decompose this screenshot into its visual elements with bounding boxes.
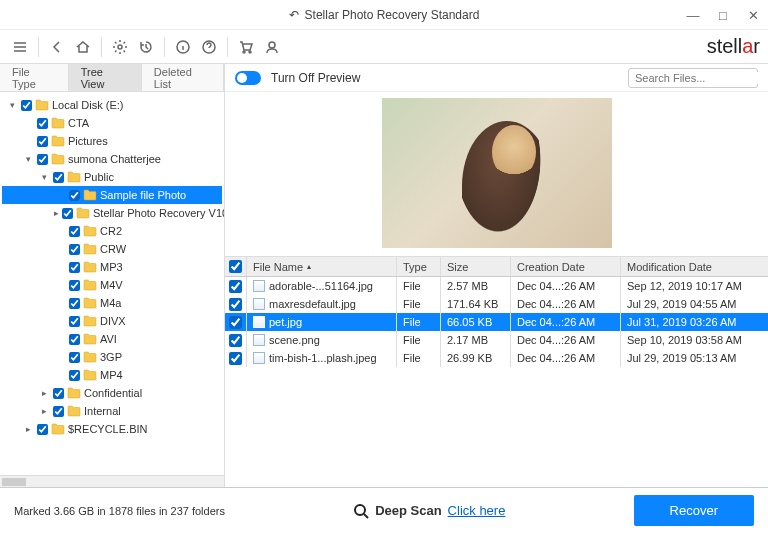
settings-button[interactable]: [108, 35, 132, 59]
col-cdate[interactable]: Creation Date: [511, 257, 621, 276]
recover-button[interactable]: Recover: [634, 495, 754, 526]
tree-item[interactable]: MP4: [2, 366, 222, 384]
tree-item[interactable]: MP3: [2, 258, 222, 276]
file-cdate: Dec 04...:26 AM: [511, 331, 621, 349]
expand-icon[interactable]: ▾: [22, 154, 34, 164]
file-checkbox[interactable]: [229, 298, 242, 311]
deep-scan-link[interactable]: Click here: [448, 503, 506, 518]
tree-checkbox[interactable]: [69, 226, 80, 237]
tree-item[interactable]: ▾sumona Chatterjee: [2, 150, 222, 168]
col-name[interactable]: File Name▴: [247, 257, 397, 276]
folder-icon: [35, 99, 49, 111]
magnifier-icon: [353, 503, 369, 519]
file-mdate: Jul 29, 2019 05:13 AM: [621, 349, 768, 367]
tree-checkbox[interactable]: [53, 406, 64, 417]
file-checkbox[interactable]: [229, 352, 242, 365]
file-checkbox[interactable]: [229, 334, 242, 347]
tab-deleted-list[interactable]: Deleted List: [142, 64, 224, 91]
home-button[interactable]: [71, 35, 95, 59]
tree-checkbox[interactable]: [37, 118, 48, 129]
tree-checkbox[interactable]: [37, 136, 48, 147]
search-box[interactable]: [628, 68, 758, 88]
tree-item[interactable]: ▸Internal: [2, 402, 222, 420]
expand-icon[interactable]: ▾: [38, 172, 50, 182]
svg-point-4: [249, 51, 251, 53]
expand-icon[interactable]: ▸: [38, 388, 50, 398]
col-size[interactable]: Size: [441, 257, 511, 276]
tree-item[interactable]: CRW: [2, 240, 222, 258]
tree-item[interactable]: M4V: [2, 276, 222, 294]
tree-item[interactable]: M4a: [2, 294, 222, 312]
expand-icon[interactable]: ▾: [6, 100, 18, 110]
back-button[interactable]: [45, 35, 69, 59]
file-list[interactable]: File Name▴ Type Size Creation Date Modif…: [225, 256, 768, 487]
tree-item[interactable]: AVI: [2, 330, 222, 348]
expand-icon[interactable]: ▸: [54, 208, 59, 218]
file-row[interactable]: tim-bish-1...plash.jpegFile26.99 KBDec 0…: [225, 349, 768, 367]
tree-checkbox[interactable]: [69, 298, 80, 309]
horizontal-scrollbar[interactable]: [0, 475, 224, 487]
info-button[interactable]: [171, 35, 195, 59]
tree-checkbox[interactable]: [69, 334, 80, 345]
tree-item[interactable]: ▸$RECYCLE.BIN: [2, 420, 222, 438]
tree-checkbox[interactable]: [69, 370, 80, 381]
tree-checkbox[interactable]: [37, 154, 48, 165]
tab-file-type[interactable]: File Type: [0, 64, 69, 91]
tree-checkbox[interactable]: [37, 424, 48, 435]
search-input[interactable]: [635, 72, 768, 84]
tree-item[interactable]: CR2: [2, 222, 222, 240]
cart-button[interactable]: [234, 35, 258, 59]
file-size: 66.05 KB: [441, 313, 511, 331]
tree-checkbox[interactable]: [62, 208, 73, 219]
tree-item[interactable]: Pictures: [2, 132, 222, 150]
tree-label: M4a: [100, 297, 121, 309]
help-button[interactable]: [197, 35, 221, 59]
preview-toggle[interactable]: [235, 71, 261, 85]
tree-item[interactable]: ▾Local Disk (E:): [2, 96, 222, 114]
file-row[interactable]: maxresdefault.jpgFile171.64 KBDec 04...:…: [225, 295, 768, 313]
tree-checkbox[interactable]: [53, 388, 64, 399]
tree-item[interactable]: ▸Stellar Photo Recovery V10: [2, 204, 222, 222]
file-cdate: Dec 04...:26 AM: [511, 313, 621, 331]
tree-item[interactable]: 3GP: [2, 348, 222, 366]
folder-tree[interactable]: ▾Local Disk (E:)CTAPictures▾sumona Chatt…: [0, 92, 224, 475]
file-size: 26.99 KB: [441, 349, 511, 367]
tree-item[interactable]: CTA: [2, 114, 222, 132]
menu-button[interactable]: [8, 35, 32, 59]
tree-checkbox[interactable]: [69, 262, 80, 273]
user-button[interactable]: [260, 35, 284, 59]
tree-checkbox[interactable]: [53, 172, 64, 183]
tree-checkbox[interactable]: [69, 280, 80, 291]
select-all-checkbox[interactable]: [229, 260, 242, 273]
file-row[interactable]: scene.pngFile2.17 MBDec 04...:26 AMSep 1…: [225, 331, 768, 349]
expand-icon[interactable]: ▸: [22, 424, 34, 434]
tree-checkbox[interactable]: [21, 100, 32, 111]
expand-icon[interactable]: ▸: [38, 406, 50, 416]
tree-item[interactable]: DIVX: [2, 312, 222, 330]
close-button[interactable]: ✕: [738, 0, 768, 30]
tree-item[interactable]: ▸Confidential: [2, 384, 222, 402]
file-checkbox[interactable]: [229, 316, 242, 329]
tree-checkbox[interactable]: [69, 244, 80, 255]
tree-item[interactable]: Sample file Photo: [2, 186, 222, 204]
file-mdate: Jul 29, 2019 04:55 AM: [621, 295, 768, 313]
tree-item[interactable]: ▾Public: [2, 168, 222, 186]
tree-label: MP3: [100, 261, 123, 273]
history-button[interactable]: [134, 35, 158, 59]
col-type[interactable]: Type: [397, 257, 441, 276]
col-mdate[interactable]: Modification Date: [621, 257, 768, 276]
file-list-header: File Name▴ Type Size Creation Date Modif…: [225, 257, 768, 277]
tree-checkbox[interactable]: [69, 316, 80, 327]
file-checkbox[interactable]: [229, 280, 242, 293]
tab-tree-view[interactable]: Tree View: [69, 64, 142, 91]
minimize-button[interactable]: —: [678, 0, 708, 30]
file-icon: [253, 316, 265, 328]
maximize-button[interactable]: □: [708, 0, 738, 30]
file-row[interactable]: pet.jpgFile66.05 KBDec 04...:26 AMJul 31…: [225, 313, 768, 331]
tree-checkbox[interactable]: [69, 352, 80, 363]
folder-icon: [83, 225, 97, 237]
file-row[interactable]: adorable-...51164.jpgFile2.57 MBDec 04..…: [225, 277, 768, 295]
tree-checkbox[interactable]: [69, 190, 80, 201]
preview-image-area: [225, 92, 768, 256]
svg-point-0: [118, 45, 122, 49]
